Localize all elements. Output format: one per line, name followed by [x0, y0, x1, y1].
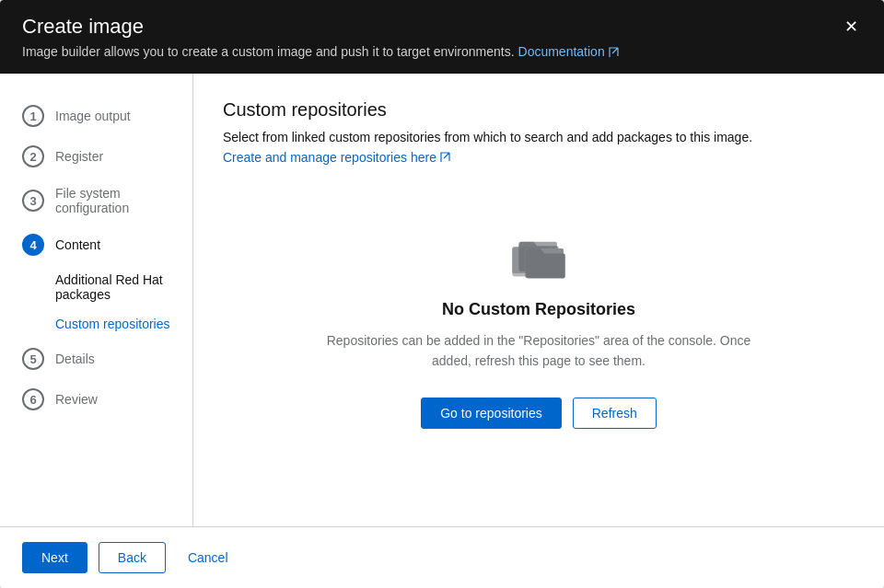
- documentation-link[interactable]: Documentation: [518, 44, 620, 59]
- external-link-icon: [609, 47, 620, 58]
- refresh-button[interactable]: Refresh: [573, 398, 657, 429]
- modal-header: Create image Image builder allows you to…: [0, 0, 884, 74]
- external-link-icon-repos: [440, 152, 451, 163]
- create-image-modal: Create image Image builder allows you to…: [0, 0, 884, 588]
- modal-body: 1 Image output 2 Register 3 File system …: [0, 74, 884, 526]
- step-num-4: 4: [22, 234, 44, 256]
- action-buttons: Go to repositories Refresh: [421, 398, 657, 429]
- back-button[interactable]: Back: [99, 542, 166, 573]
- sidebar-item-review[interactable]: 6 Review: [0, 379, 192, 420]
- modal-subtitle: Image builder allows you to create a cus…: [22, 44, 620, 59]
- empty-state: No Custom Repositories Repositories can …: [223, 194, 855, 447]
- go-to-repositories-button[interactable]: Go to repositories: [421, 398, 562, 429]
- sidebar-item-content[interactable]: 4 Content: [0, 225, 192, 265]
- subtitle-text: Image builder allows you to create a cus…: [22, 44, 515, 59]
- close-button[interactable]: ✕: [841, 15, 862, 39]
- modal-title: Create image: [22, 15, 620, 39]
- sidebar: 1 Image output 2 Register 3 File system …: [0, 74, 193, 526]
- step-num-6: 6: [22, 388, 44, 410]
- main-content: Custom repositories Select from linked c…: [193, 74, 884, 526]
- sidebar-item-filesystem[interactable]: 3 File system configuration: [0, 177, 192, 225]
- step-num-2: 2: [22, 145, 44, 167]
- empty-state-desc: Repositories can be added in the "Reposi…: [308, 330, 769, 372]
- step-label-filesystem: File system configuration: [55, 186, 170, 215]
- step-label-review: Review: [55, 392, 98, 407]
- manage-repos-label: Create and manage repositories here: [223, 150, 436, 165]
- cancel-button[interactable]: Cancel: [177, 543, 239, 572]
- sidebar-item-image-output[interactable]: 1 Image output: [0, 96, 192, 136]
- modal-footer: Next Back Cancel: [0, 526, 884, 588]
- section-title: Custom repositories: [223, 99, 855, 121]
- step-label-content: Content: [55, 237, 100, 252]
- manage-repos-link[interactable]: Create and manage repositories here: [223, 150, 451, 165]
- sidebar-subitem-additional-packages[interactable]: Additional Red Hat packages: [0, 265, 192, 309]
- subitem-label-custom-repos: Custom repositories: [55, 317, 170, 331]
- step-label-register: Register: [55, 149, 103, 164]
- empty-state-title: No Custom Repositories: [442, 300, 635, 319]
- sidebar-item-register[interactable]: 2 Register: [0, 136, 192, 177]
- step-label-image-output: Image output: [55, 109, 131, 123]
- step-num-3: 3: [22, 190, 44, 212]
- step-num-1: 1: [22, 105, 44, 127]
- header-content: Create image Image builder allows you to…: [22, 15, 620, 59]
- sidebar-subitem-custom-repositories[interactable]: Custom repositories: [0, 309, 192, 339]
- section-desc: Select from linked custom repositories f…: [223, 130, 855, 144]
- step-label-details: Details: [55, 352, 95, 366]
- sidebar-item-details[interactable]: 5 Details: [0, 339, 192, 379]
- folders-icon: [506, 231, 572, 285]
- step-num-5: 5: [22, 348, 44, 370]
- next-button[interactable]: Next: [22, 542, 87, 573]
- subitem-label-additional: Additional Red Hat packages: [55, 272, 163, 302]
